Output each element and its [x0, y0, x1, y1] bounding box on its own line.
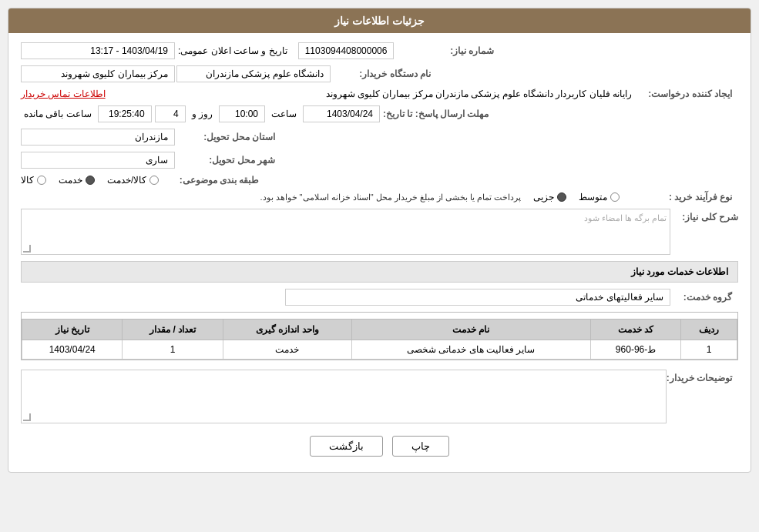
- purchase-type-label: نوع فرآیند خرید :: [632, 192, 732, 202]
- buyer-org-label: نام دستگاه خریدار:: [331, 69, 431, 79]
- city-row: شهر محل تحویل: ساری: [21, 152, 738, 169]
- purchase-type-jozvi-label: جزیی: [533, 192, 554, 202]
- buyer-org-value1: دانشگاه علوم پزشکی مازندران: [176, 65, 331, 82]
- category-khedmat-label: خدمت: [59, 175, 82, 186]
- category-kala-label: کالا: [21, 175, 34, 186]
- deadline-remaining-label: ساعت باقی مانده: [24, 109, 92, 119]
- deadline-time: 10:00: [219, 105, 265, 122]
- page-title: جزئیات اطلاعات نیاز: [8, 8, 751, 33]
- buyer-org-value2: مرکز بیماران کلیوی شهروند: [21, 65, 175, 82]
- deadline-date: 1403/04/24: [303, 105, 380, 122]
- buyer-org-row: نام دستگاه خریدار: دانشگاه علوم پزشکی ما…: [21, 65, 738, 82]
- purchase-type-jozvi-option[interactable]: جزیی: [533, 192, 566, 202]
- purchase-type-motavaset-option[interactable]: متوسط: [579, 192, 620, 202]
- buyer-notes-row: توضیحات خریدار:: [21, 370, 738, 423]
- deadline-label: مهلت ارسال پاسخ: تا تاریخ:: [383, 109, 489, 119]
- need-number-row: شماره نیاز: 1103094408000006 تاریخ و ساع…: [21, 42, 738, 59]
- col-header-code: کد خدمت: [590, 320, 680, 340]
- buyer-notes-label: توضیحات خریدار:: [667, 370, 732, 383]
- announcement-date-value: 1403/04/19 - 13:17: [21, 42, 175, 59]
- purchase-type-radio-group: متوسط جزیی: [533, 192, 620, 202]
- table-row: 1ط-96-960سایر فعالیت های خدماتی شخصیخدمت…: [22, 340, 737, 360]
- city-value: ساری: [21, 152, 175, 169]
- purchase-type-row: نوع فرآیند خرید : متوسط جزیی پرداخت تمام…: [21, 192, 738, 202]
- requester-row: ایجاد کننده درخواست: رایانه فلیان کاربرد…: [21, 89, 738, 99]
- buyer-notes-box[interactable]: [21, 370, 667, 423]
- category-kala-khedmat-label: کالا/خدمت: [107, 175, 146, 186]
- contact-link[interactable]: اطلاعات تماس خریدار: [21, 89, 106, 99]
- col-header-row: ردیف: [681, 320, 737, 340]
- province-value: مازندران: [21, 129, 175, 146]
- footer-buttons: چاپ بازگشت: [21, 436, 738, 463]
- description-box[interactable]: تمام برگه ها امضاء شود: [21, 209, 670, 255]
- table-cell-quantity: 1: [123, 340, 223, 360]
- province-row: استان محل تحویل: مازندران: [21, 129, 738, 146]
- city-label: شهر محل تحویل:: [175, 155, 275, 166]
- print-button[interactable]: چاپ: [392, 436, 449, 457]
- deadline-time-label: ساعت: [271, 109, 297, 119]
- category-khedmat-radio: [86, 176, 95, 185]
- purchase-type-motavaset-radio: [610, 192, 620, 202]
- table-cell-unit: خدمت: [223, 340, 351, 360]
- back-button[interactable]: بازگشت: [310, 436, 383, 457]
- table-cell-name: سایر فعالیت های خدماتی شخصی: [351, 340, 590, 360]
- deadline-row: مهلت ارسال پاسخ: تا تاریخ: 1403/04/24 سا…: [21, 105, 738, 122]
- category-radio-group: کالا/خدمت خدمت کالا: [21, 175, 159, 186]
- category-kala-radio: [37, 176, 46, 185]
- province-label: استان محل تحویل:: [175, 132, 275, 142]
- col-header-date: تاریخ نیاز: [22, 320, 123, 340]
- table-header-row: ردیف کد خدمت نام خدمت واحد اندازه گیری ت…: [22, 320, 737, 340]
- services-section-title: اطلاعات خدمات مورد نیاز: [21, 261, 738, 283]
- category-row: طبقه بندی موضوعی: کالا/خدمت خدمت کالا: [21, 175, 738, 186]
- category-khedmat-option[interactable]: خدمت: [59, 175, 95, 186]
- col-header-unit: واحد اندازه گیری: [223, 320, 351, 340]
- need-number-value: 1103094408000006: [298, 42, 395, 59]
- buyer-notes-resize-handle[interactable]: [23, 413, 31, 421]
- category-kala-khedmat-option[interactable]: کالا/خدمت: [107, 175, 159, 186]
- table-cell-code: ط-96-960: [590, 340, 680, 360]
- deadline-day: 4: [155, 105, 186, 122]
- services-table: ردیف کد خدمت نام خدمت واحد اندازه گیری ت…: [22, 319, 737, 360]
- category-label: طبقه بندی موضوعی:: [159, 175, 259, 186]
- purchase-note: پرداخت تمام یا بخشی از مبلغ خریدار محل "…: [21, 192, 521, 202]
- description-hint: تمام برگه ها امضاء شود: [584, 213, 667, 223]
- requester-value: رایانه فلیان کاربردار دانشگاه علوم پزشکی…: [112, 89, 632, 99]
- need-number-label: شماره نیاز:: [394, 45, 494, 56]
- description-wrapper: شرح کلی نیاز: تمام برگه ها امضاء شود: [21, 209, 738, 255]
- category-kala-khedmat-radio: [149, 176, 159, 185]
- service-group-row: گروه خدمت: سایر فعالیتهای خدماتی: [21, 289, 738, 306]
- deadline-remaining: 19:25:40: [98, 105, 152, 122]
- purchase-type-motavaset-label: متوسط: [579, 192, 607, 202]
- announcement-date-label: تاریخ و ساعت اعلان عمومی:: [178, 45, 287, 56]
- table-cell-date: 1403/04/24: [22, 340, 123, 360]
- table-cell-row: 1: [681, 340, 737, 360]
- deadline-day-label: روز و: [192, 109, 213, 119]
- resize-handle[interactable]: [23, 245, 31, 253]
- description-label: شرح کلی نیاز:: [677, 209, 738, 223]
- service-group-value: سایر فعالیتهای خدماتی: [285, 289, 670, 306]
- col-header-quantity: تعداد / مقدار: [123, 320, 223, 340]
- category-kala-option[interactable]: کالا: [21, 175, 46, 186]
- purchase-type-jozvi-radio: [557, 192, 566, 202]
- service-group-label: گروه خدمت:: [670, 292, 732, 303]
- services-table-wrapper: ردیف کد خدمت نام خدمت واحد اندازه گیری ت…: [21, 312, 738, 360]
- col-header-name: نام خدمت: [351, 320, 590, 340]
- requester-label: ایجاد کننده درخواست:: [632, 89, 732, 99]
